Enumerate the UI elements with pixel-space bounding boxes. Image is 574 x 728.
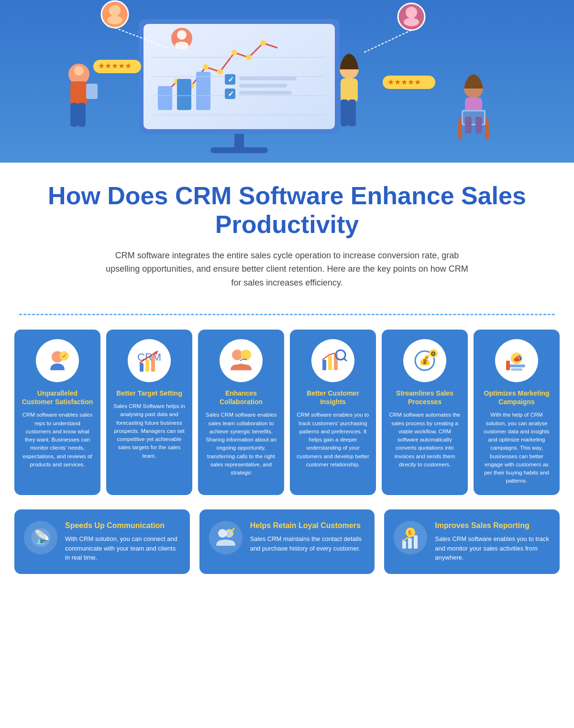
svg-rect-14 xyxy=(196,72,210,110)
svg-rect-13 xyxy=(177,79,191,110)
bottom-card-communication: 📡 Speeds Up Communication With CRM solut… xyxy=(14,509,190,574)
bottom-icon-3: $ xyxy=(394,521,427,554)
bottom-card-reporting: $ Improves Sales Reporting Sales CRM sof… xyxy=(384,509,560,574)
svg-text:📡: 📡 xyxy=(33,529,50,545)
subtitle-text: CRM software integrates the entire sales… xyxy=(105,249,469,290)
svg-rect-12 xyxy=(158,86,172,110)
svg-point-69 xyxy=(241,350,251,360)
svg-rect-91 xyxy=(408,538,412,549)
card-satisfaction: ✓ Unparalleled Customer Satisfaction CRM… xyxy=(14,330,100,495)
card-icon-5: 💰 ⚙ xyxy=(403,339,446,382)
card-icon-2: CRM xyxy=(128,339,171,382)
svg-line-74 xyxy=(344,358,346,361)
svg-text:★★★★★: ★★★★★ xyxy=(387,78,421,86)
card-text-1: CRM software enables sales reps to under… xyxy=(21,411,94,469)
svg-rect-2 xyxy=(210,147,268,153)
svg-rect-33 xyxy=(78,103,86,127)
card-icon-6: 📣 xyxy=(495,339,538,382)
hero-illustration: ✓ ✓ ★★★★★ xyxy=(0,0,574,163)
svg-rect-83 xyxy=(506,361,510,370)
svg-point-39 xyxy=(107,16,122,24)
svg-rect-82 xyxy=(511,368,522,371)
svg-point-47 xyxy=(404,18,419,26)
bottom-card-text-1: With CRM solution, you can connect and c… xyxy=(65,534,180,563)
bottom-card-title-3: Improves Sales Reporting xyxy=(435,521,550,531)
bottom-card-text-2: Sales CRM maintains the contact details … xyxy=(250,534,365,553)
svg-text:✓: ✓ xyxy=(228,76,234,84)
svg-point-38 xyxy=(109,5,121,16)
svg-text:💰: 💰 xyxy=(419,354,431,366)
card-marketing: 📣 Optimizes Marketing Campaigns With the… xyxy=(474,330,560,495)
svg-text:★★★★★: ★★★★★ xyxy=(98,62,132,70)
svg-rect-81 xyxy=(508,364,525,367)
svg-rect-66 xyxy=(151,356,155,372)
card-title-4: Better Customer Insights xyxy=(297,389,369,406)
svg-point-9 xyxy=(232,50,237,55)
card-text-6: With the help of CRM solution, you can a… xyxy=(480,411,553,485)
svg-text:📣: 📣 xyxy=(513,354,522,363)
card-insights: Better Customer Insights CRM software en… xyxy=(290,330,376,495)
card-icon-1: ✓ xyxy=(36,339,79,382)
svg-rect-55 xyxy=(485,121,489,140)
page-title: How Does CRM Software Enhance Sales Prod… xyxy=(38,182,536,239)
svg-point-20 xyxy=(177,30,187,40)
svg-rect-54 xyxy=(458,121,462,140)
svg-point-8 xyxy=(217,69,223,75)
svg-rect-34 xyxy=(86,84,98,99)
svg-rect-44 xyxy=(348,99,356,126)
bottom-card-content-2: Helps Retain Loyal Customers Sales CRM m… xyxy=(250,521,365,553)
svg-point-30 xyxy=(74,66,84,76)
svg-text:✓: ✓ xyxy=(228,90,234,98)
svg-point-46 xyxy=(406,7,417,18)
svg-rect-43 xyxy=(341,99,348,126)
svg-rect-70 xyxy=(322,360,326,370)
svg-point-11 xyxy=(260,40,266,46)
bottom-icon-2 xyxy=(209,521,243,554)
svg-rect-64 xyxy=(140,363,144,372)
card-text-2: Sales CRM Software helps in analysing pa… xyxy=(113,402,186,460)
svg-rect-71 xyxy=(328,356,332,370)
card-title-3: Enhances Collaboration xyxy=(205,389,277,406)
bottom-card-title-1: Speeds Up Communication xyxy=(65,521,180,531)
card-target: CRM Better Target Setting Sales CRM Soft… xyxy=(106,330,192,495)
svg-rect-90 xyxy=(402,541,406,549)
cards-section: ✓ Unparalleled Customer Satisfaction CRM… xyxy=(0,330,574,509)
card-title-2: Better Target Setting xyxy=(116,389,182,397)
card-title-5: Streamlines Sales Processes xyxy=(388,389,461,406)
svg-rect-28 xyxy=(239,91,292,95)
svg-text:$: $ xyxy=(408,529,412,536)
svg-rect-42 xyxy=(341,78,358,102)
bottom-grid: 📡 Speeds Up Communication With CRM solut… xyxy=(14,509,560,574)
svg-rect-65 xyxy=(145,360,149,372)
bottom-section: 📡 Speeds Up Communication With CRM solut… xyxy=(0,509,574,593)
svg-rect-59 xyxy=(475,117,482,133)
section-divider xyxy=(19,314,555,315)
bottom-card-title-2: Helps Retain Loyal Customers xyxy=(250,521,365,531)
card-text-4: CRM software enables you to track custom… xyxy=(297,411,369,469)
card-collaboration: Enhances Collaboration Sales CRM softwar… xyxy=(198,330,284,495)
svg-rect-26 xyxy=(239,77,297,80)
card-icon-3 xyxy=(220,339,263,382)
bottom-card-content-3: Improves Sales Reporting Sales CRM softw… xyxy=(435,521,550,563)
svg-text:⚙: ⚙ xyxy=(430,350,436,357)
svg-text:✓: ✓ xyxy=(62,352,67,360)
svg-rect-27 xyxy=(239,84,287,88)
hero-section: ✓ ✓ ★★★★★ xyxy=(0,0,574,163)
bottom-icon-1: 📡 xyxy=(24,521,57,554)
bottom-card-retain: Helps Retain Loyal Customers Sales CRM m… xyxy=(199,509,375,574)
cards-grid: ✓ Unparalleled Customer Satisfaction CRM… xyxy=(14,330,560,495)
card-icon-4 xyxy=(311,339,354,382)
card-text-3: Sales CRM software enables sales team co… xyxy=(205,411,277,477)
svg-rect-31 xyxy=(70,81,88,105)
bottom-card-text-3: Sales CRM software enables you to track … xyxy=(435,534,550,563)
card-streamline: 💰 ⚙ Streamlines Sales Processes CRM soft… xyxy=(382,330,468,495)
title-section: How Does CRM Software Enhance Sales Prod… xyxy=(0,163,574,314)
svg-point-7 xyxy=(203,64,209,70)
svg-point-21 xyxy=(175,42,188,49)
card-text-5: CRM software automates the sales process… xyxy=(388,411,461,469)
bottom-card-content-1: Speeds Up Communication With CRM solutio… xyxy=(65,521,180,563)
svg-rect-58 xyxy=(465,117,472,133)
svg-rect-32 xyxy=(70,103,78,127)
card-title-1: Unparalleled Customer Satisfaction xyxy=(21,389,94,406)
card-title-6: Optimizes Marketing Campaigns xyxy=(480,389,553,406)
